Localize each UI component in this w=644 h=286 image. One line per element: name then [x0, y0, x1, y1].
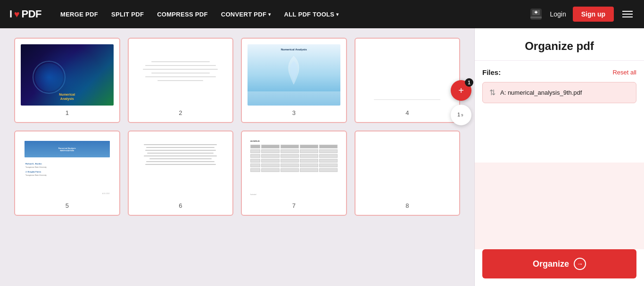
pdf-thumb-8	[361, 137, 454, 198]
file-name: A: numerical_analysis_9th.pdf	[500, 89, 582, 96]
reset-all-button[interactable]: Reset all	[612, 69, 636, 76]
convert-pdf-arrow-icon: ▾	[268, 12, 271, 17]
page-number-1: 1	[66, 109, 69, 116]
page-number-7: 7	[292, 202, 296, 209]
add-file-button[interactable]: 1 +	[451, 80, 471, 101]
pdf-thumb-2	[134, 44, 227, 106]
login-button[interactable]: Login	[550, 10, 566, 18]
pdf-thumb-6	[134, 137, 227, 198]
right-panel: Organize pdf Files: Reset all ⇅ A: numer…	[474, 28, 644, 286]
nav-split-pdf[interactable]: SPLIT PDF	[111, 11, 144, 18]
download-app-button[interactable]	[529, 7, 543, 21]
sort-icon: 1 9	[457, 110, 465, 120]
pdf-thumb-3: Numerical Analysis	[248, 44, 340, 106]
organize-label: Organize	[533, 259, 569, 269]
file-sort-icon: ⇅	[489, 88, 495, 97]
pdf-page-4[interactable]: 4	[355, 38, 461, 123]
main-layout: NumericalAnalysis 1	[0, 28, 644, 286]
organize-pdf-title: Organize pdf	[486, 40, 633, 53]
all-tools-arrow-icon: ▾	[336, 12, 339, 17]
svg-rect-3	[536, 11, 537, 13]
file-count-badge: 1	[465, 78, 473, 87]
download-app-icon	[529, 7, 543, 21]
pdf-page-7[interactable]: ⊕ IΛERLIS	[241, 131, 347, 216]
pdf-page-3[interactable]: Numerical Analysis 3	[241, 38, 347, 123]
right-panel-header: Organize pdf	[475, 28, 644, 61]
pdf-page-2[interactable]: 2	[128, 38, 234, 123]
hamburger-line-1	[622, 11, 633, 12]
hamburger-line-2	[622, 14, 633, 15]
page-number-4: 4	[405, 109, 409, 116]
svg-rect-2	[530, 16, 542, 18]
fab-container: 1 + 1 9	[451, 80, 471, 125]
pdf-panel[interactable]: NumericalAnalysis 1	[0, 28, 474, 286]
page-number-5: 5	[66, 202, 69, 209]
pdf-page-6[interactable]: 6	[128, 131, 234, 216]
pdf-thumb-1: NumericalAnalysis	[21, 44, 114, 106]
logo-heart-icon: ♥	[14, 9, 20, 20]
header: I ♥ PDF MERGE PDF SPLIT PDF COMPRESS PDF…	[0, 0, 644, 28]
files-label: Files:	[482, 68, 501, 76]
file-item: ⇅ A: numerical_analysis_9th.pdf	[482, 82, 636, 103]
pdf-page-5[interactable]: Numerical AnalysisNINTH EDITION Richard …	[14, 131, 120, 216]
page-number-3: 3	[292, 109, 296, 116]
signup-button[interactable]: Sign up	[573, 7, 614, 22]
page-number-8: 8	[405, 202, 409, 209]
organize-button[interactable]: Organize →	[482, 249, 636, 278]
logo-text: I	[9, 8, 12, 20]
svg-text:9: 9	[461, 113, 463, 117]
right-panel-bottom: Organize →	[475, 249, 644, 286]
right-panel-spacer	[475, 163, 644, 249]
page-number-2: 2	[179, 109, 182, 116]
sort-button[interactable]: 1 9	[451, 105, 471, 125]
hamburger-menu-button[interactable]	[620, 9, 635, 19]
header-right: Login Sign up	[529, 7, 635, 22]
add-icon: +	[458, 86, 464, 95]
nav-merge-pdf[interactable]: MERGE PDF	[60, 11, 98, 18]
pdf-thumb-7: ⊕ IΛERLIS	[248, 137, 340, 198]
files-header: Files: Reset all	[482, 68, 636, 76]
nav-compress-pdf[interactable]: COMPRESS PDF	[157, 11, 208, 18]
pdf-thumb-4	[361, 44, 454, 106]
logo[interactable]: I ♥ PDF	[9, 8, 41, 20]
pdf-page-8[interactable]: 8	[355, 131, 461, 216]
pdf-grid: NumericalAnalysis 1	[14, 38, 460, 216]
right-panel-body: Files: Reset all ⇅ A: numerical_analysis…	[475, 61, 644, 163]
page-number-6: 6	[179, 202, 182, 209]
svg-text:1: 1	[457, 112, 460, 117]
nav-all-pdf-tools[interactable]: ALL PDF TOOLS ▾	[284, 11, 339, 18]
nav-convert-pdf[interactable]: CONVERT PDF ▾	[221, 11, 271, 18]
main-nav: MERGE PDF SPLIT PDF COMPRESS PDF CONVERT…	[60, 11, 515, 18]
pdf-page-1[interactable]: NumericalAnalysis 1	[14, 38, 120, 123]
logo-pdf-text: PDF	[22, 8, 42, 20]
pdf-thumb-5: Numerical AnalysisNINTH EDITION Richard …	[21, 137, 114, 198]
organize-arrow-icon: →	[574, 258, 586, 270]
hamburger-line-3	[622, 16, 633, 17]
